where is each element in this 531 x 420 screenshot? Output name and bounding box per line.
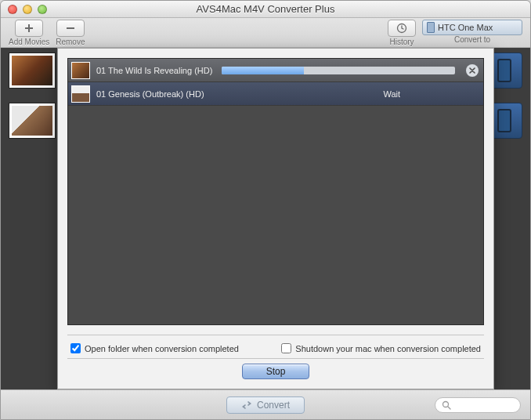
thumbnail-icon	[71, 62, 90, 79]
minus-icon	[65, 23, 76, 34]
shutdown-input[interactable]	[281, 343, 291, 353]
convert-icon	[241, 401, 252, 409]
shutdown-checkbox[interactable]: Shutdown your mac when conversion comple…	[281, 343, 481, 353]
clock-icon	[396, 23, 407, 34]
source-item[interactable]	[9, 52, 56, 89]
add-movies-button[interactable]	[15, 20, 43, 37]
shutdown-label: Shutdown your mac when conversion comple…	[295, 344, 481, 353]
search-icon	[442, 400, 451, 410]
close-icon[interactable]	[8, 5, 17, 14]
queue-row[interactable]: 01 Genesis (Outbreak) (HD) Wait	[68, 82, 483, 106]
open-folder-checkbox[interactable]: Open folder when conversion completed	[70, 343, 239, 353]
progress-bar	[222, 67, 455, 74]
remove-label: Remove	[56, 38, 85, 46]
close-icon	[468, 67, 476, 74]
queue-item-status: Wait	[383, 89, 400, 99]
stop-button[interactable]: Stop	[242, 364, 309, 379]
device-icon	[497, 109, 511, 132]
thumbnail-icon	[71, 85, 90, 103]
conversion-queue: 01 The Wild Is Revealing (HD) 01 Genesis…	[67, 58, 484, 325]
convert-button[interactable]: Convert	[226, 396, 305, 414]
device-name: HTC One Max	[438, 23, 493, 32]
toolbar: Add Movies Remove History HTC One Max Co…	[1, 18, 530, 48]
convert-to-label: Convert to	[454, 35, 490, 44]
plus-icon	[23, 23, 34, 34]
zoom-icon[interactable]	[38, 5, 47, 14]
convert-to-select[interactable]: HTC One Max	[422, 20, 522, 35]
history-label: History	[389, 38, 414, 46]
open-folder-input[interactable]	[70, 343, 81, 353]
device-icon	[497, 59, 511, 82]
queue-row[interactable]: 01 The Wild Is Revealing (HD)	[68, 59, 483, 82]
source-item[interactable]	[9, 103, 56, 139]
cancel-item-button[interactable]	[466, 64, 479, 77]
search-field[interactable]	[435, 397, 521, 413]
svg-rect-0	[67, 27, 74, 29]
remove-button[interactable]	[56, 20, 85, 37]
add-movies-label: Add Movies	[9, 38, 49, 46]
queue-item-title: 01 The Wild Is Revealing (HD)	[96, 66, 212, 75]
minimize-icon[interactable]	[23, 5, 32, 14]
queue-item-title: 01 Genesis (Outbreak) (HD)	[96, 89, 204, 99]
footer: Convert	[1, 389, 530, 419]
phone-icon	[427, 22, 435, 33]
titlebar: AVS4Mac M4V Converter Plus	[1, 1, 530, 18]
source-thumbnails	[9, 52, 56, 153]
history-button[interactable]	[388, 20, 416, 37]
window-controls	[1, 5, 47, 14]
search-input[interactable]	[454, 400, 514, 410]
convert-label: Convert	[257, 400, 290, 411]
svg-point-2	[443, 402, 449, 407]
options-row: Open folder when conversion completed Sh…	[58, 335, 493, 358]
app-window: AVS4Mac M4V Converter Plus Add Movies Re…	[0, 0, 531, 420]
window-title: AVS4Mac M4V Converter Plus	[1, 3, 530, 15]
conversion-panel: 01 The Wild Is Revealing (HD) 01 Genesis…	[57, 48, 494, 389]
open-folder-label: Open folder when conversion completed	[85, 344, 239, 353]
